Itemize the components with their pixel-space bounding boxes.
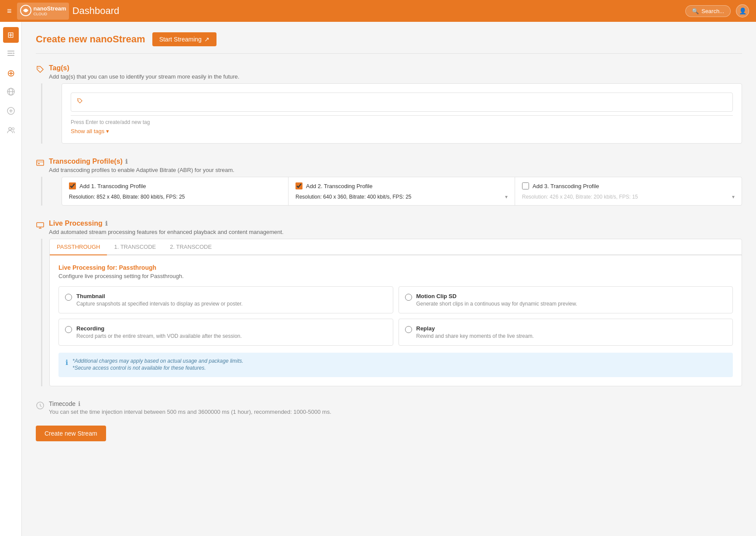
hamburger-menu[interactable]: ≡ <box>7 7 12 16</box>
profile-2-checkbox[interactable] <box>296 182 302 189</box>
tab-transcode-2[interactable]: 2. TRANSCODE <box>163 239 219 255</box>
user-avatar[interactable]: 👤 <box>736 4 749 17</box>
profile-3-value: Resolution: 426 x 240, Bitrate: 200 kbit… <box>522 194 730 200</box>
start-streaming-button[interactable]: Start Streaming ↗ <box>152 32 216 46</box>
profile-2-value: Resolution: 640 x 360, Bitrate: 400 kbit… <box>296 194 503 200</box>
logo-area: nanoStream CLOUD Dashboard <box>17 3 685 20</box>
search-label: Search... <box>701 8 724 14</box>
transcoding-profiles: Add 1. Transcoding Profile Resolution: 8… <box>62 177 742 205</box>
info-notice-text: *Additional charges may apply based on a… <box>72 358 244 372</box>
profile-2-dropdown-icon[interactable]: ▾ <box>505 194 508 200</box>
timecode-section: Timecode ℹ You can set the time injectio… <box>36 400 742 415</box>
page-title: Create new nanoStream <box>36 34 145 45</box>
profile-2-label: Add 2. Transcoding Profile <box>306 183 372 189</box>
create-stream-label: Create new Stream <box>45 430 97 437</box>
tab-passthrough[interactable]: PASSTHROUGH <box>50 239 107 255</box>
grid-icon: ⊞ <box>7 30 14 40</box>
svg-rect-4 <box>7 55 14 56</box>
features-grid: Thumbnail Capture snapshots at specified… <box>58 286 733 346</box>
create-icon: ⊕ <box>7 68 15 79</box>
user-icon: 👤 <box>739 7 746 14</box>
feature-replay-radio[interactable] <box>405 326 412 333</box>
sidebar-item-create[interactable]: ⊕ <box>3 65 19 81</box>
profile-2-details: Resolution: 640 x 360, Bitrate: 400 kbit… <box>296 194 508 200</box>
footer-area: Create new Stream <box>36 426 742 441</box>
live-processing-tab-content: Live Processing for: Passthrough Configu… <box>50 255 742 386</box>
tags-header: Tag(s) Add tag(s) that you can use to id… <box>36 64 742 80</box>
profile-3-dropdown-icon[interactable]: ▾ <box>732 194 735 200</box>
search-button[interactable]: 🔍 Search... <box>685 5 731 17</box>
feature-motion-clip-radio[interactable] <box>405 294 412 301</box>
feature-recording: Recording Record parts or the entire str… <box>58 319 393 346</box>
feature-motion-clip-title: Motion Clip SD <box>416 293 727 299</box>
sidebar-item-globe[interactable] <box>3 85 19 100</box>
profile-col-1: Add 1. Transcoding Profile Resolution: 8… <box>62 177 289 205</box>
timecode-info-icon[interactable]: ℹ <box>78 400 80 407</box>
transcoding-desc: Add transcoding profiles to enable Adapt… <box>49 167 742 173</box>
svg-point-11 <box>9 127 11 130</box>
notice-line-1: *Additional charges may apply based on a… <box>72 358 244 364</box>
sidebar-item-users[interactable] <box>3 123 19 139</box>
feature-recording-desc: Record parts or the entire stream, with … <box>76 333 387 339</box>
svg-point-12 <box>12 127 14 130</box>
feature-thumbnail-info: Thumbnail Capture snapshots at specified… <box>76 293 387 307</box>
profile-1-checkbox[interactable] <box>69 182 76 189</box>
svg-rect-2 <box>7 53 13 54</box>
svg-marker-3 <box>13 52 15 54</box>
transcoding-section-icon <box>36 158 45 169</box>
svg-line-22 <box>40 405 41 407</box>
tag-hint: Press Enter to create/add new tag <box>71 119 733 125</box>
profile-3-details: Resolution: 426 x 240, Bitrate: 200 kbit… <box>522 194 735 200</box>
live-processing-section: Live Processing ℹ Add automated stream p… <box>36 220 742 386</box>
logo-icon <box>20 4 32 18</box>
live-processing-content: PASSTHROUGH 1. TRANSCODE 2. TRANSCODE Li… <box>41 239 742 386</box>
tags-content: Press Enter to create/add new tag Show a… <box>41 83 742 144</box>
live-processing-header: Live Processing ℹ Add automated stream p… <box>36 220 742 235</box>
profile-1-label: Add 1. Transcoding Profile <box>79 183 146 189</box>
tab-desc: Configure live processing setting for Pa… <box>58 273 733 279</box>
transcoding-content: Add 1. Transcoding Profile Resolution: 8… <box>41 177 742 206</box>
users-icon <box>7 126 15 137</box>
feature-thumbnail-radio[interactable] <box>65 294 72 301</box>
live-processing-box: PASSTHROUGH 1. TRANSCODE 2. TRANSCODE Li… <box>49 239 742 386</box>
transcoding-info-icon[interactable]: ℹ <box>125 158 127 165</box>
transcoding-title: Transcoding Profile(s) ℹ <box>49 158 742 165</box>
tab-transcode-1[interactable]: 1. TRANSCODE <box>107 239 163 255</box>
logo-sub: CLOUD <box>34 12 66 16</box>
tag-input-icon <box>76 98 83 107</box>
top-nav: ≡ nanoStream CLOUD Dashboard 🔍 Search <box>0 0 756 22</box>
feature-recording-radio[interactable] <box>65 326 72 333</box>
search-icon: 🔍 <box>692 8 699 14</box>
create-stream-button[interactable]: Create new Stream <box>36 426 106 441</box>
svg-point-14 <box>79 100 79 101</box>
transcoding-title-area: Transcoding Profile(s) ℹ Add transcoding… <box>49 158 742 173</box>
start-streaming-label: Start Streaming <box>159 36 202 43</box>
timecode-content: Timecode ℹ You can set the time injectio… <box>49 400 742 415</box>
info-notice-icon: ℹ <box>65 358 68 367</box>
main-content: Create new nanoStream Start Streaming ↗ <box>22 22 756 536</box>
tag-input-area[interactable] <box>71 93 733 112</box>
streams-icon <box>7 49 15 60</box>
tags-title: Tag(s) <box>49 64 742 72</box>
live-processing-info-icon[interactable]: ℹ <box>105 220 107 227</box>
info-notice: ℹ *Additional charges may apply based on… <box>58 353 733 377</box>
tag-divider <box>71 115 733 116</box>
globe-icon <box>7 87 15 98</box>
tags-desc: Add tag(s) that you can use to identify … <box>49 73 742 80</box>
tags-section: Tag(s) Add tag(s) that you can use to id… <box>36 64 742 144</box>
page-header: Create new nanoStream Start Streaming ↗ <box>36 32 742 54</box>
transcoding-box: Add 1. Transcoding Profile Resolution: 8… <box>62 177 742 206</box>
sidebar-item-streams[interactable] <box>3 46 19 62</box>
sidebar-item-plus[interactable] <box>3 104 19 120</box>
show-all-tags-button[interactable]: Show all tags ▾ <box>71 128 733 134</box>
live-processing-title-area: Live Processing ℹ Add automated stream p… <box>49 220 742 235</box>
tag-input[interactable] <box>87 99 727 106</box>
feature-motion-clip: Motion Clip SD Generate short clips in a… <box>399 286 733 313</box>
sidebar: ⊞ ⊕ <box>0 22 22 536</box>
timecode-icon <box>36 401 45 412</box>
profile-3-checkbox[interactable] <box>522 182 529 189</box>
sidebar-item-grid[interactable]: ⊞ <box>3 27 19 43</box>
feature-recording-info: Recording Record parts or the entire str… <box>76 325 387 339</box>
live-processing-tabs: PASSTHROUGH 1. TRANSCODE 2. TRANSCODE <box>50 239 742 255</box>
svg-rect-15 <box>37 160 44 165</box>
